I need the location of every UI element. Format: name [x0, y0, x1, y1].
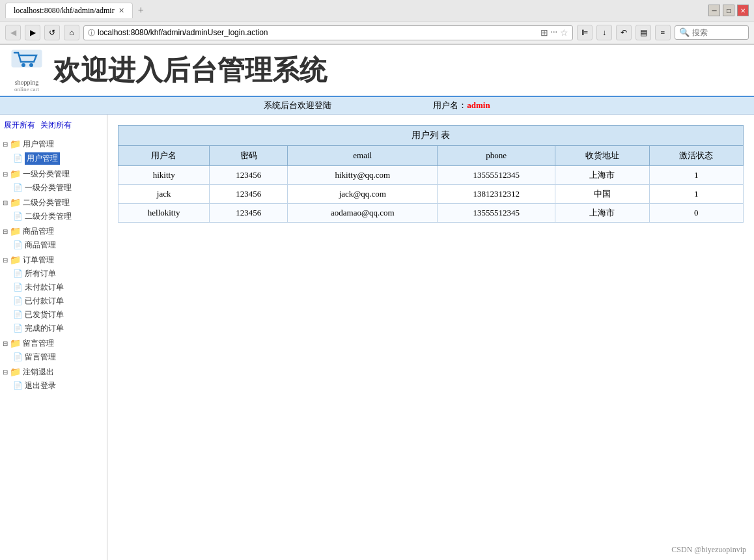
- logo-area: shopping online cart: [10, 49, 43, 92]
- tree-children-cat1: 📄 一级分类管理: [3, 181, 104, 195]
- toolbar-right: ⊫ ↓ ↶ ▤ ≡: [577, 25, 671, 40]
- table-row: hellokitty123456aodamao@qq.com1355551234…: [119, 204, 744, 223]
- collapse-icon: ⊟: [3, 199, 8, 206]
- folder-icon: 📁: [10, 226, 21, 237]
- tree-group-header-messages[interactable]: ⊟ 📁 留言管理: [3, 337, 104, 350]
- tree-group-header-logout[interactable]: ⊟ 📁 注销退出: [3, 365, 104, 379]
- col-username: 用户名: [119, 146, 210, 166]
- status-bar: 系统后台欢迎登陆 用户名： admin: [0, 97, 754, 115]
- tree-group-products: ⊟ 📁 商品管理 📄 商品管理: [3, 225, 104, 252]
- tree-label-message-mgmt: 留言管理: [25, 352, 56, 363]
- tree-group-header-orders[interactable]: ⊟ 📁 订单管理: [3, 253, 104, 267]
- table-title: 用户列 表: [119, 126, 744, 146]
- browser-chrome: localhost:8080/khf/admin/admir ✕ + ─ □ ✕…: [0, 0, 754, 45]
- search-input[interactable]: [692, 28, 744, 37]
- tree-group-logout: ⊟ 📁 注销退出 📄 退出登录: [3, 365, 104, 393]
- split-button[interactable]: ▤: [635, 25, 651, 40]
- tree-item-shipped-orders[interactable]: 📄 已发货订单: [13, 308, 104, 322]
- browser-titlebar: localhost:8080/khf/admin/admir ✕ + ─ □ ✕: [0, 0, 754, 21]
- group-label-users: 用户管理: [23, 139, 54, 150]
- footer-text: CSDN @biyezuopinvip: [671, 545, 746, 554]
- group-label-messages: 留言管理: [23, 338, 54, 349]
- collapse-icon: ⊟: [3, 257, 8, 264]
- folder-icon: 📁: [10, 338, 21, 349]
- screenshot-button[interactable]: ↓: [596, 25, 612, 40]
- tree-item-cat1-mgmt[interactable]: 📄 一级分类管理: [13, 181, 104, 195]
- col-status: 激活状态: [649, 146, 743, 166]
- cell-username: jack: [119, 185, 210, 204]
- tree-item-paid-orders[interactable]: 📄 已付款订单: [13, 294, 104, 308]
- expand-all-link[interactable]: 展开所有: [4, 120, 35, 131]
- tree-item-message-mgmt[interactable]: 📄 留言管理: [13, 350, 104, 364]
- tab-close-icon[interactable]: ✕: [119, 7, 124, 15]
- tree-item-unpaid-orders[interactable]: 📄 未付款订单: [13, 281, 104, 294]
- restore-button[interactable]: □: [723, 5, 734, 16]
- content-area: 用户列 表 用户名 密码 email phone 收货地址 激活状态 hikit…: [107, 115, 754, 560]
- doc-icon: 📄: [13, 324, 23, 333]
- back-button[interactable]: ◀: [5, 25, 21, 40]
- logo-text: shopping: [15, 79, 39, 86]
- tree-item-user-mgmt[interactable]: 📄 用户管理: [13, 151, 104, 166]
- new-tab-button[interactable]: +: [138, 5, 144, 16]
- logo-subtitle: online cart: [14, 86, 39, 92]
- main-layout: 展开所有 关闭所有 ⊟ 📁 用户管理 📄 用户管理: [0, 115, 754, 560]
- doc-icon: 📄: [13, 310, 23, 320]
- refresh-button[interactable]: ↺: [44, 25, 60, 40]
- browser-tab[interactable]: localhost:8080/khf/admin/admir ✕: [5, 3, 133, 18]
- address-bar[interactable]: [98, 28, 538, 37]
- tree-group-users: ⊟ 📁 用户管理 📄 用户管理: [3, 137, 104, 166]
- close-button[interactable]: ✕: [737, 5, 749, 16]
- bookmark-button[interactable]: ⊫: [577, 25, 593, 40]
- user-value: admin: [467, 100, 490, 111]
- address-lock-icon: ⓘ: [88, 28, 95, 38]
- doc-icon: 📄: [13, 183, 23, 193]
- tree-group-header-cat2[interactable]: ⊟ 📁 二级分类管理: [3, 196, 104, 210]
- svg-point-2: [29, 63, 33, 67]
- tree-group-header-products[interactable]: ⊟ 📁 商品管理: [3, 225, 104, 238]
- cell-status: 1: [649, 185, 743, 204]
- home-button[interactable]: ⌂: [64, 25, 79, 40]
- user-table: 用户列 表 用户名 密码 email phone 收货地址 激活状态 hikit…: [118, 125, 744, 223]
- tree-label-user-mgmt: 用户管理: [25, 152, 60, 165]
- page-title: 欢迎进入后台管理系统: [53, 52, 327, 89]
- table-row: hikitty123456hikitty@qq.com13555512345上海…: [119, 166, 744, 185]
- tree-group-cat1: ⊟ 📁 一级分类管理 📄 一级分类管理: [3, 167, 104, 195]
- col-password: 密码: [210, 146, 288, 166]
- doc-icon: 📄: [13, 296, 23, 306]
- cell-username: hikitty: [119, 166, 210, 185]
- tree-item-product-mgmt[interactable]: 📄 商品管理: [13, 238, 104, 252]
- tree-item-cat2-mgmt[interactable]: 📄 二级分类管理: [13, 210, 104, 223]
- tree-item-signout[interactable]: 📄 退出登录: [13, 379, 104, 393]
- tree-group-orders: ⊟ 📁 订单管理 📄 所有订单 📄 未付款订单 📄 已付款订单: [3, 253, 104, 335]
- cell-status: 0: [649, 204, 743, 223]
- undo-button[interactable]: ↶: [616, 25, 632, 40]
- address-barcode-icon: ⊞: [540, 27, 548, 38]
- tree-group-cat2: ⊟ 📁 二级分类管理 📄 二级分类管理: [3, 196, 104, 223]
- doc-icon: 📄: [13, 212, 23, 221]
- tree-children-cat2: 📄 二级分类管理: [3, 210, 104, 223]
- col-address: 收货地址: [555, 146, 649, 166]
- tree-item-completed-orders[interactable]: 📄 完成的订单: [13, 322, 104, 335]
- tree-group-header-cat1[interactable]: ⊟ 📁 一级分类管理: [3, 167, 104, 181]
- tab-title: localhost:8080/khf/admin/admir: [14, 6, 115, 16]
- collapse-all-link[interactable]: 关闭所有: [40, 120, 72, 131]
- tree-label-all-orders: 所有订单: [25, 268, 56, 279]
- cell-password: 123456: [210, 204, 288, 223]
- address-star-icon: ☆: [560, 27, 568, 38]
- forward-button[interactable]: ▶: [25, 25, 40, 40]
- tree-item-all-orders[interactable]: 📄 所有订单: [13, 267, 104, 281]
- cell-address: 上海市: [555, 204, 649, 223]
- tree-children-users: 📄 用户管理: [3, 151, 104, 166]
- col-email: email: [288, 146, 438, 166]
- tree-label-cat2-mgmt: 二级分类管理: [25, 211, 72, 222]
- cell-address: 中国: [555, 185, 649, 204]
- shopping-cart-icon: [10, 49, 43, 79]
- group-label-products: 商品管理: [23, 226, 54, 237]
- window-controls: ─ □ ✕: [708, 5, 749, 16]
- folder-icon: 📁: [10, 139, 21, 150]
- menu-button[interactable]: ≡: [655, 25, 671, 40]
- cell-password: 123456: [210, 185, 288, 204]
- tree-group-header-users[interactable]: ⊟ 📁 用户管理: [3, 137, 104, 151]
- doc-icon: 📄: [13, 352, 23, 362]
- minimize-button[interactable]: ─: [708, 5, 720, 16]
